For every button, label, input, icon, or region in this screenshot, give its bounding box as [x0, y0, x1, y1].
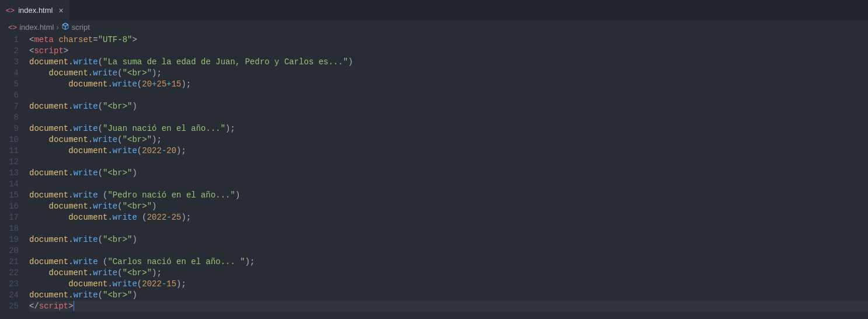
line-number: 1: [0, 34, 19, 46]
code-line[interactable]: document.write("<br>"): [29, 290, 868, 301]
code-line[interactable]: document.write("Juan nació en el año..."…: [29, 123, 868, 134]
line-number: 10: [0, 134, 19, 145]
code-line[interactable]: document.write ("Carlos nació en el año.…: [29, 256, 868, 268]
code-line[interactable]: [29, 90, 868, 101]
line-number: 18: [0, 223, 19, 234]
code-line[interactable]: </script>: [29, 301, 868, 312]
line-number: 16: [0, 201, 19, 212]
line-number: 22: [0, 268, 19, 279]
line-number: 21: [0, 256, 19, 268]
code-line[interactable]: document.write(20+25+15);: [29, 79, 868, 90]
line-number-gutter: 1234567891011121314151617181920212223242…: [0, 34, 29, 312]
code-line[interactable]: document.write("<br>"): [29, 201, 868, 212]
line-number: 13: [0, 168, 19, 179]
code-line[interactable]: document.write("La suma de la edad de Ju…: [29, 57, 868, 68]
code-line[interactable]: document.write (2022-25);: [29, 212, 868, 223]
line-number: 5: [0, 79, 19, 90]
line-number: 4: [0, 68, 19, 79]
code-line[interactable]: [29, 179, 868, 190]
code-line[interactable]: document.write(2022-15);: [29, 279, 868, 290]
chevron-right-icon: ›: [56, 23, 58, 32]
line-number: 2: [0, 46, 19, 57]
code-line[interactable]: [29, 223, 868, 234]
code-line[interactable]: document.write("<br>"): [29, 234, 868, 245]
breadcrumb[interactable]: <> index.html › script: [0, 20, 868, 33]
line-number: 20: [0, 245, 19, 256]
code-line[interactable]: [29, 157, 868, 168]
tab-filename: index.html: [18, 6, 53, 15]
line-number: 3: [0, 57, 19, 68]
code-line[interactable]: <meta charset="UTF-8">: [29, 34, 868, 46]
line-number: 24: [0, 290, 19, 301]
code-line[interactable]: [29, 245, 868, 256]
line-number: 14: [0, 179, 19, 190]
line-number: 8: [0, 112, 19, 123]
line-number: 11: [0, 145, 19, 157]
line-number: 7: [0, 101, 19, 112]
code-line[interactable]: document.write("<br>");: [29, 268, 868, 279]
code-line[interactable]: document.write("<br>");: [29, 68, 868, 79]
tab-index-html[interactable]: <> index.html ×: [0, 0, 69, 20]
code-content[interactable]: <meta charset="UTF-8"> <script> document…: [29, 34, 868, 312]
line-number: 15: [0, 190, 19, 201]
tab-bar: <> index.html ×: [0, 0, 868, 20]
symbol-icon: [61, 22, 69, 32]
code-line[interactable]: document.write(2022-20);: [29, 145, 868, 157]
code-editor[interactable]: 1234567891011121314151617181920212223242…: [0, 33, 868, 312]
line-number: 19: [0, 234, 19, 245]
code-line[interactable]: document.write("<br>"): [29, 101, 868, 112]
line-number: 25: [0, 301, 19, 312]
close-icon[interactable]: ×: [58, 6, 63, 15]
breadcrumb-file[interactable]: index.html: [19, 23, 54, 32]
code-line[interactable]: document.write("<br>");: [29, 134, 868, 145]
line-number: 17: [0, 212, 19, 223]
html-file-icon: <>: [6, 6, 15, 15]
line-number: 9: [0, 123, 19, 134]
code-line[interactable]: [29, 112, 868, 123]
line-number: 6: [0, 90, 19, 101]
breadcrumb-symbol[interactable]: script: [72, 23, 90, 32]
line-number: 23: [0, 279, 19, 290]
html-file-icon: <>: [8, 23, 17, 32]
code-line[interactable]: document.write("<br>"): [29, 168, 868, 179]
line-number: 12: [0, 157, 19, 168]
text-cursor: [74, 301, 74, 311]
code-line[interactable]: document.write ("Pedro nació en el año..…: [29, 190, 868, 201]
code-line[interactable]: <script>: [29, 46, 868, 57]
